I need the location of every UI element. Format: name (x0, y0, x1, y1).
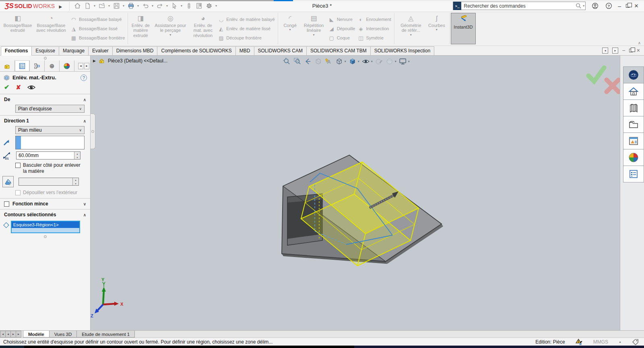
select-caret-icon[interactable]: ▾ (180, 4, 183, 8)
pm-preview-eye-icon[interactable] (27, 85, 35, 90)
ribbon-button-rib[interactable]: ◣ Nervure (328, 15, 355, 24)
tab-mbd[interactable]: MBD (235, 46, 254, 55)
next-tab-icon[interactable]: ► (10, 331, 16, 338)
user-account-icon[interactable] (590, 2, 599, 10)
tab-property-manager[interactable] (15, 60, 30, 71)
ribbon-button-wrap[interactable]: ◐ Enroulement (358, 15, 391, 24)
tab-evaluer[interactable]: Evaluer (88, 46, 113, 55)
flip-side-checkbox-row[interactable]: Basculer côté pour enlever la matière (15, 162, 85, 174)
depth-value-field[interactable]: 60.00mm ▲ ▼ (16, 151, 80, 160)
hide-show-items-icon[interactable] (361, 57, 370, 66)
tab-solidworks-cam[interactable]: SOLIDWORKS CAM (254, 46, 307, 55)
tab-solidworks-inspection[interactable]: SOLIDWORKS Inspection (370, 46, 434, 55)
restore-button[interactable] (626, 4, 630, 8)
redo-caret-icon[interactable]: ▾ (165, 4, 169, 8)
collapse-pane-left-icon[interactable]: ◂ (602, 48, 608, 54)
new-document-icon[interactable] (83, 2, 92, 10)
tab-fonctions[interactable]: Fonctions (1, 46, 32, 56)
ribbon-button-cut-boundary[interactable]: ▨ Découpe frontière (218, 33, 275, 42)
print-icon[interactable] (126, 2, 135, 10)
section-contours-collapse-icon[interactable]: ∧ (83, 213, 86, 217)
ribbon-button-cut-revolve[interactable]: ◕ Enlèv. de mat. avec révolution (190, 14, 216, 44)
ribbon-button-cut-extrude[interactable]: ◨ Enlèv. de matière extrudé (130, 14, 151, 44)
view-orientation-caret-icon[interactable]: ▾ (345, 60, 346, 63)
close-button[interactable]: × (634, 2, 638, 10)
search-icon[interactable] (575, 2, 582, 10)
tab-solidworks-cam-tbm[interactable]: SOLIDWORKS CAM TBM (306, 46, 371, 55)
tab-display-manager[interactable] (60, 60, 74, 71)
ribbon-button-boss-loft[interactable]: ◮ Bossage/Base lissé (70, 24, 125, 33)
ribbon-button-cut-loft[interactable]: ◭ Enlèv. de matière lissé (218, 24, 275, 33)
ribbon-button-boss-revolve[interactable]: ◔ Bossage/Base avec révolution (33, 14, 69, 44)
panel-splitter-handle[interactable] (91, 114, 95, 149)
start-condition-dropdown[interactable]: Plan d'esquisse ∨ (15, 105, 85, 113)
display-style-icon[interactable] (348, 57, 357, 66)
ribbon-button-cut-sweep[interactable]: ◡ Enlèv. de matière balayé (218, 15, 275, 24)
listbox-resize-grip[interactable] (44, 235, 47, 238)
feature-tree-expand-icon[interactable]: ▶ (93, 59, 96, 63)
confirm-ok-check-icon[interactable] (588, 68, 604, 81)
pm-ok-button[interactable]: ✔ (4, 83, 9, 91)
flip-side-checkbox[interactable] (15, 163, 21, 168)
rebuild-warning-icon[interactable] (576, 339, 583, 345)
taskpane-solidworks-resources-button[interactable] (623, 66, 644, 83)
model-3d-view[interactable]: X Z Y (91, 56, 620, 330)
spin-up-icon[interactable]: ▲ (74, 152, 80, 155)
tab-esquisse[interactable]: Esquisse (31, 46, 59, 55)
hide-annotations-icon[interactable]: A (324, 57, 333, 66)
graphics-viewport[interactable]: X Z Y ▶ Pièce3 (Defaul (91, 56, 620, 330)
fillet-caret-icon[interactable]: ▾ (289, 28, 292, 31)
ribbon-button-mirror[interactable]: ◫ Symétrie (358, 33, 391, 42)
ribbon-button-shell[interactable]: ▢ Coque (328, 33, 355, 42)
ribbon-button-boss-boundary[interactable]: ▦ Bossage/Base frontière (70, 33, 125, 42)
collapse-pane-right-icon[interactable]: ▸ (612, 48, 618, 54)
redo-icon[interactable] (155, 2, 164, 10)
edit-appearance-icon[interactable] (375, 57, 384, 66)
reverse-direction-icon[interactable] (2, 139, 10, 147)
breadcrumb[interactable]: ▶ Pièce3 (Default) <<Defaul... (93, 58, 167, 64)
doc-restore-button[interactable] (629, 49, 633, 52)
search-caret-icon[interactable]: ▾ (582, 4, 585, 8)
display-style-caret-icon[interactable]: ▾ (358, 60, 359, 63)
tag-icon[interactable] (632, 339, 639, 345)
section-contours-header[interactable]: Contours sélectionnés ∧ (0, 209, 90, 219)
status-expand-icon[interactable]: ▲ (619, 340, 621, 343)
tab-feature-manager[interactable] (0, 60, 15, 71)
menu-expand-icon[interactable]: ▶ (59, 4, 62, 9)
doc-minimize-button[interactable]: – (622, 48, 625, 53)
tab-marquage[interactable]: Marquage (59, 46, 89, 55)
view-settings-icon[interactable] (398, 57, 407, 66)
section-view-icon[interactable] (314, 57, 323, 66)
ribbon-button-hole-wizard[interactable]: ◎ Assistance pour le perçage ▾ (152, 14, 189, 44)
taskpane-file-explorer-button[interactable] (623, 116, 644, 133)
open-document-caret-icon[interactable]: ▾ (107, 4, 111, 8)
thin-feature-expand-icon[interactable]: ∨ (83, 202, 86, 206)
ribbon-button-draft[interactable]: ◢ Dépouille (328, 24, 355, 33)
tab-vues-3d[interactable]: Vues 3D (49, 331, 77, 338)
taskpane-appearances-button[interactable] (623, 149, 644, 166)
first-tab-icon[interactable]: ◄ (0, 331, 6, 338)
ribbon-button-boss-extrude[interactable]: ◧ Bossage/Base extrudé (3, 14, 33, 44)
breadcrumb-text[interactable]: Pièce3 (Default) <<Defaul... (108, 58, 167, 64)
pm-help-icon[interactable]: ? (80, 75, 87, 81)
undo-icon[interactable] (141, 2, 150, 10)
hide-show-caret-icon[interactable]: ▾ (371, 60, 373, 63)
hole-wizard-caret-icon[interactable]: ▾ (169, 33, 172, 37)
draft-on-off-button[interactable] (2, 176, 14, 187)
apply-scene-icon[interactable] (385, 57, 394, 66)
manager-tabs-scroll-right-icon[interactable]: ▸ (84, 63, 89, 69)
spin-down-icon[interactable]: ▼ (74, 155, 80, 159)
section-de-header[interactable]: De ∧ (0, 94, 90, 104)
view-settings-caret-icon[interactable]: ▾ (408, 60, 410, 63)
pm-cancel-button[interactable]: ✘ (16, 84, 21, 91)
ribbon-button-linear-pattern[interactable]: ▤ Répétition linéaire ▾ (301, 14, 327, 44)
ribbon-button-instant3d[interactable]: Instant3D (451, 13, 476, 44)
taskpane-view-palette-button[interactable] (623, 133, 644, 149)
thin-feature-checkbox[interactable] (4, 201, 9, 207)
confirm-cancel-x-icon[interactable] (607, 80, 619, 92)
tab-dimxpert-manager[interactable]: ⊕ (45, 60, 60, 71)
ribbon-button-fillet[interactable]: ◜ Congé ▾ (280, 14, 300, 44)
ribbon-button-boss-sweep[interactable]: ◠ Bossage/Base balayé (70, 15, 125, 24)
tab-dimensions-mbd[interactable]: Dimensions MBD (112, 46, 158, 55)
manager-tabs-scroll-left-icon[interactable]: ◂ (78, 63, 83, 69)
